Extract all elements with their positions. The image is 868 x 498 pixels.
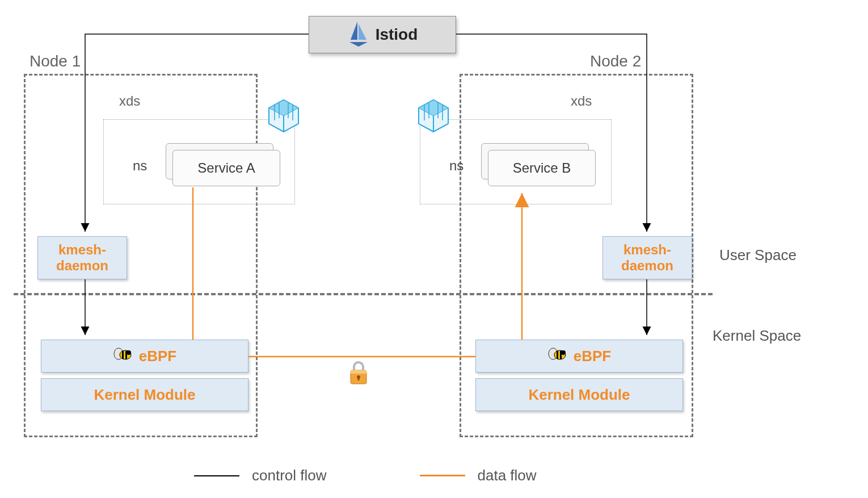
legend-control-label: control flow xyxy=(252,467,327,484)
node2-ns-label: ns xyxy=(449,158,464,174)
node1-title: Node 1 xyxy=(30,52,81,70)
node1-xds-label: xds xyxy=(119,93,140,109)
node2-ebpf-box: eBPF xyxy=(475,340,683,373)
kmesh-label: kmesh- daemon xyxy=(56,242,108,273)
node1-kmesh-daemon: kmesh- daemon xyxy=(37,236,127,279)
istio-sail-icon xyxy=(347,20,370,49)
legend-line-control xyxy=(194,475,239,476)
node1-service-stack: Service A xyxy=(166,143,285,189)
lock-icon xyxy=(348,360,369,387)
service-label: Service A xyxy=(197,160,255,176)
legend: control flow data flow xyxy=(194,467,537,484)
ebpf-label: eBPF xyxy=(139,348,176,365)
kubernetes-icon xyxy=(266,98,302,134)
svg-rect-25 xyxy=(351,370,366,374)
kmesh-label: kmesh- daemon xyxy=(621,242,673,273)
node1-ns-label: ns xyxy=(133,158,147,174)
svg-rect-7 xyxy=(557,351,558,359)
svg-rect-27 xyxy=(358,377,360,380)
kernel-module-label: Kernel Module xyxy=(528,386,630,404)
node2-xds-label: xds xyxy=(571,93,592,109)
svg-point-4 xyxy=(127,350,131,355)
node2-title: Node 2 xyxy=(590,52,641,70)
legend-line-data xyxy=(420,475,465,476)
node1-kernel-module-box: Kernel Module xyxy=(41,378,248,411)
bee-icon xyxy=(113,346,133,367)
kernel-space-label: Kernel Space xyxy=(713,327,801,345)
istiod-label: Istiod xyxy=(376,26,418,44)
space-divider xyxy=(14,293,713,295)
ebpf-label: eBPF xyxy=(574,348,611,365)
kernel-module-label: Kernel Module xyxy=(94,386,195,404)
svg-rect-2 xyxy=(122,351,124,359)
kubernetes-icon xyxy=(415,98,452,134)
node1-ebpf-box: eBPF xyxy=(41,340,248,373)
bee-icon xyxy=(547,346,568,367)
legend-data-label: data flow xyxy=(478,467,537,484)
svg-point-9 xyxy=(561,350,566,355)
service-label: Service B xyxy=(513,160,571,176)
user-space-label: User Space xyxy=(719,246,797,264)
node2-kernel-module-box: Kernel Module xyxy=(475,378,683,411)
service-card: Service B xyxy=(488,150,596,186)
service-card: Service A xyxy=(172,150,280,186)
node2-service-stack: Service B xyxy=(481,143,600,189)
node2-kmesh-daemon: kmesh- daemon xyxy=(602,236,692,279)
istiod-box: Istiod xyxy=(309,16,456,53)
